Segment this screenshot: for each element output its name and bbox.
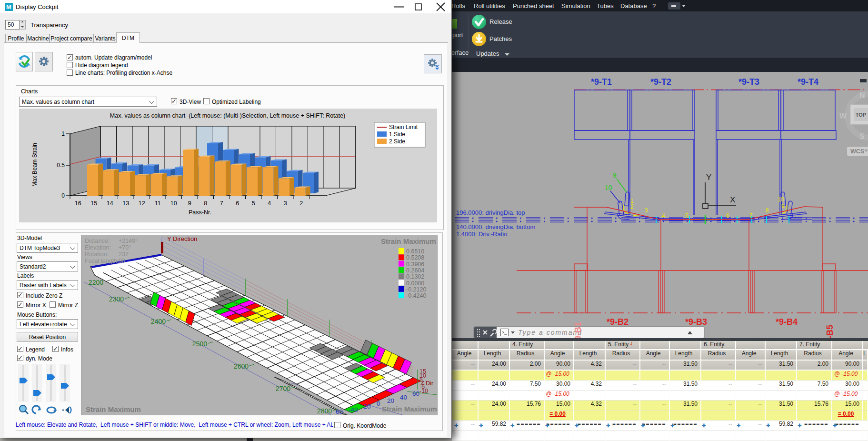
svg-text:14: 14	[107, 200, 113, 207]
svg-text:N: N	[859, 91, 865, 100]
svg-text:7: 7	[220, 200, 223, 207]
svg-text:2: 2	[299, 200, 303, 207]
svg-text:0: 0	[61, 192, 65, 199]
svg-text:Max. values as column chart (: Max. values as column chart (Left mouse:…	[110, 112, 345, 119]
svg-text:40: 40	[400, 394, 407, 401]
svg-text:2500: 2500	[192, 340, 207, 348]
svg-text:Strain Maximum: Strain Maximum	[381, 237, 436, 245]
svg-text:Max Beam Strain: Max Beam Strain	[31, 143, 38, 187]
svg-text:8: 8	[204, 200, 207, 207]
svg-text:Rotation:: Rotation:	[85, 251, 109, 258]
svg-text:*9-T2: *9-T2	[650, 77, 671, 87]
svg-text:0.5208: 0.5208	[406, 254, 424, 261]
svg-text:WCS: WCS	[850, 148, 864, 155]
svg-text:0: 0	[377, 400, 380, 407]
svg-text:2700: 2700	[276, 385, 290, 392]
svg-text:60: 60	[336, 408, 343, 415]
svg-text:15: 15	[90, 200, 97, 207]
svg-text:Strain Limit: Strain Limit	[389, 124, 418, 130]
svg-text:3: 3	[284, 200, 287, 207]
svg-text:10: 10	[778, 196, 784, 203]
svg-text:*9-B2: *9-B2	[607, 317, 629, 327]
svg-text:2800: 2800	[317, 407, 332, 415]
svg-text:-0.4240: -0.4240	[406, 292, 426, 299]
svg-text:9: 9	[781, 203, 785, 210]
svg-text:0.6510: 0.6510	[406, 248, 424, 255]
svg-text:Y Direction: Y Direction	[167, 235, 197, 242]
svg-text:W: W	[839, 112, 847, 120]
svg-text:10: 10	[605, 184, 612, 191]
svg-text:5: 5	[685, 212, 688, 219]
svg-text:12: 12	[139, 200, 145, 207]
svg-text:+2149°: +2149°	[119, 238, 138, 244]
svg-text:S: S	[859, 132, 865, 140]
svg-text:2: 2	[630, 203, 634, 210]
svg-text:1: 1	[61, 130, 65, 137]
svg-text:140.0000: drivingDia. bottom: 140.0000: drivingDia. bottom	[456, 223, 535, 231]
svg-text:*9-B3: *9-B3	[685, 317, 707, 327]
svg-text:2.Side: 2.Side	[389, 138, 405, 145]
svg-text:1.4000: Driv.-Ratio: 1.4000: Driv.-Ratio	[456, 231, 507, 238]
svg-text:2200: 2200	[89, 279, 103, 286]
svg-text:0.3906: 0.3906	[406, 261, 424, 268]
svg-text:-20: -20	[361, 403, 371, 410]
svg-text:0.0000: 0.0000	[406, 280, 424, 287]
svg-text:Focal length:: Focal length:	[85, 258, 119, 264]
svg-text:-0.2120: -0.2120	[406, 286, 426, 293]
svg-text:13: 13	[122, 200, 129, 207]
svg-text:2600: 2600	[234, 362, 249, 370]
svg-text:*9-T4: *9-T4	[798, 77, 818, 87]
svg-text:Z Dir: Z Dir	[420, 380, 433, 387]
svg-text:X: X	[730, 195, 735, 204]
svg-text:0.1302: 0.1302	[406, 273, 424, 280]
svg-text:4: 4	[662, 212, 665, 219]
svg-text:Strain Maximum: Strain Maximum	[382, 405, 437, 413]
svg-text:11: 11	[155, 200, 161, 207]
svg-text:6: 6	[726, 212, 729, 219]
svg-text:*9-B4: *9-B4	[776, 317, 798, 327]
svg-text:6: 6	[236, 200, 239, 207]
svg-text:2300: 2300	[109, 295, 124, 303]
svg-text:0.2604: 0.2604	[406, 267, 424, 274]
svg-text:10: 10	[170, 200, 177, 207]
svg-text:237: 237	[119, 251, 129, 258]
svg-text:Elevation:: Elevation:	[85, 244, 111, 251]
svg-text:196.0000: drivingDia. top: 196.0000: drivingDia. top	[456, 209, 525, 216]
svg-text:*9-T3: *9-T3	[738, 77, 759, 87]
svg-text:20: 20	[387, 397, 394, 404]
svg-text:9: 9	[613, 171, 617, 179]
svg-text:9: 9	[188, 200, 191, 207]
svg-text:0.5: 0.5	[57, 162, 65, 169]
svg-text:5: 5	[252, 200, 255, 207]
svg-text:60: 60	[412, 390, 419, 397]
svg-text:16: 16	[75, 200, 81, 207]
svg-text:1.Side: 1.Side	[389, 131, 405, 138]
svg-text:Distance:: Distance:	[85, 238, 110, 244]
svg-text:TOP: TOP	[856, 112, 866, 118]
svg-text:*9-T1: *9-T1	[591, 77, 612, 87]
svg-text:Y: Y	[706, 173, 711, 182]
svg-text:Strain Maximum: Strain Maximum	[86, 405, 141, 413]
svg-text:3: 3	[645, 207, 648, 214]
svg-text:-10: -10	[419, 388, 428, 394]
svg-text:90: 90	[119, 258, 125, 264]
svg-text:+70°: +70°	[119, 244, 131, 251]
svg-text:-40: -40	[349, 406, 358, 413]
svg-text:Pass-Nr.: Pass-Nr.	[189, 209, 211, 216]
svg-text:2400: 2400	[151, 318, 166, 325]
svg-text:4: 4	[268, 200, 271, 207]
svg-text:8: 8	[766, 207, 769, 214]
